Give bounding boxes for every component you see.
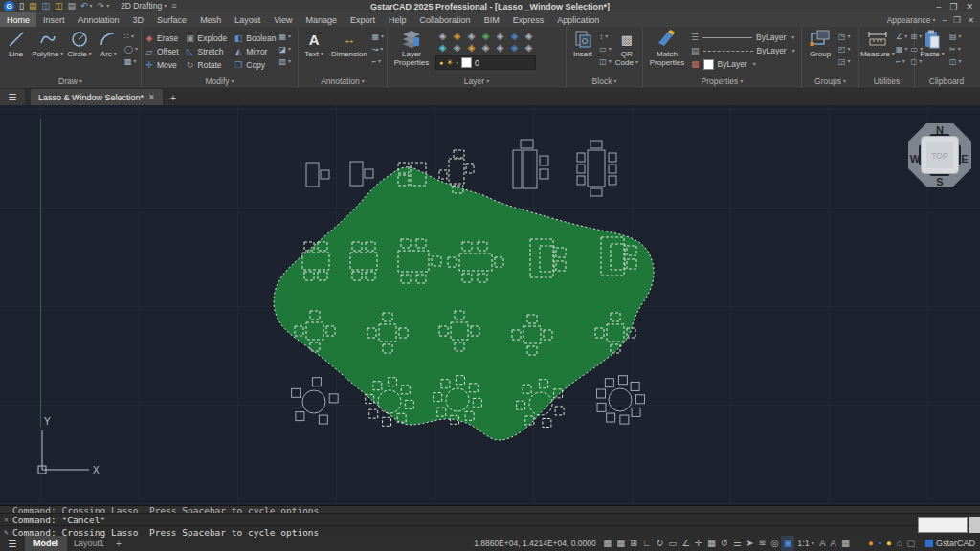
stretch-button[interactable]: ◺Stretch xyxy=(186,46,228,57)
new-document-tab-button[interactable]: + xyxy=(163,89,184,105)
layer-properties-button[interactable]: Layer Properties xyxy=(390,29,433,67)
close-button[interactable]: ✕ xyxy=(966,2,973,11)
ribbon-tab-home[interactable]: Home xyxy=(0,12,36,27)
annotation-monitor-icon[interactable]: ▣ xyxy=(781,536,794,551)
command-window-grip-corner[interactable] xyxy=(969,517,980,533)
panel-annotation-footer[interactable]: Annotation xyxy=(299,77,387,88)
print-icon[interactable]: ▤ xyxy=(68,0,77,12)
ribbon-tab-help[interactable]: Help xyxy=(382,12,413,27)
lasso-selection-region[interactable] xyxy=(274,167,654,440)
drawing-canvas[interactable]: Y X N E S W TOP xyxy=(0,105,980,505)
ribbon-tab-manage[interactable]: Manage xyxy=(300,12,345,27)
utilities-extra-tools-1[interactable]: ∠▦⌐ xyxy=(896,29,908,67)
match-properties-button[interactable]: Match Properties xyxy=(646,29,688,67)
ribbon-tab-annotation[interactable]: Annotation xyxy=(72,12,126,27)
app-logo-icon[interactable]: G xyxy=(4,1,14,11)
lineweight-dropdown[interactable]: ☰ ByLayer xyxy=(691,31,795,44)
toolbar-options-icon[interactable]: ≡ xyxy=(171,0,176,12)
layer-tools-grid[interactable]: ◈◈◈◈◈◈◈◈◈◈◈◈◈◈ xyxy=(435,31,536,54)
desk-small-block[interactable] xyxy=(306,163,329,187)
layer-dropdown[interactable]: ● ☀ ▪ 0 xyxy=(435,55,536,70)
command-close-icon[interactable]: ✕ xyxy=(0,516,12,524)
viewcube-south[interactable]: S xyxy=(936,176,943,187)
document-tab-close-icon[interactable]: ✕ xyxy=(148,93,155,101)
ribbon-tab-surface[interactable]: Surface xyxy=(150,12,193,27)
ribbon-tab-3d[interactable]: 3D xyxy=(126,12,151,27)
insert-button[interactable]: Insert xyxy=(569,29,596,58)
doc-minimize-button[interactable]: – xyxy=(943,15,947,25)
command-input-line[interactable]: ✎ Command: Crossing Lasso Press Spacebar… xyxy=(0,526,980,538)
panel-draw-footer[interactable]: Draw xyxy=(0,77,141,88)
doc-restore-button[interactable]: ❐ xyxy=(953,15,961,25)
status-annotation-icons[interactable]: AA▦ xyxy=(817,536,853,551)
new-layout-button[interactable]: + xyxy=(111,539,126,549)
redo-icon[interactable]: ↷ xyxy=(98,0,110,12)
ribbon-tab-insert[interactable]: Insert xyxy=(36,12,72,27)
restore-button[interactable]: ❐ xyxy=(949,2,957,11)
ribbon-tab-application[interactable]: Application xyxy=(550,12,606,27)
modify-extra-tools[interactable]: ▦◪▧ xyxy=(278,29,291,67)
open-file-icon[interactable]: ▤ xyxy=(29,0,37,12)
minimize-button[interactable]: – xyxy=(936,2,941,11)
model-tab[interactable]: Model xyxy=(25,536,67,551)
block-extra-tools[interactable]: ↕▭◫ xyxy=(599,29,612,67)
panel-modify-footer[interactable]: Modify xyxy=(142,77,298,88)
ribbon-tab-collaboration[interactable]: Collaboration xyxy=(413,12,478,27)
copy-button[interactable]: ❐Copy xyxy=(234,59,276,71)
undo-icon[interactable]: ↶ xyxy=(80,0,93,12)
measure-button[interactable]: Measure xyxy=(862,29,893,58)
text-button[interactable]: A Text xyxy=(301,29,326,58)
save-all-icon[interactable]: ◫ xyxy=(55,0,63,12)
ribbon-tab-view[interactable]: View xyxy=(267,12,299,27)
status-menu-icon[interactable]: ☰ xyxy=(0,539,25,549)
paste-button[interactable]: Paste xyxy=(918,29,947,58)
circle-button[interactable]: Circle xyxy=(66,29,92,58)
line-button[interactable]: Line xyxy=(3,29,29,58)
polyline-button[interactable]: Polyline xyxy=(32,29,63,58)
rotate-button[interactable]: ↻Rotate xyxy=(186,59,228,71)
move-button[interactable]: ✛Move xyxy=(145,59,179,71)
model-space[interactable]: Y X xyxy=(0,105,980,505)
table-round-block[interactable] xyxy=(292,378,339,424)
status-tray-icons[interactable]: ●▪●⌂▢ xyxy=(865,536,918,551)
offset-button[interactable]: ▱Offset xyxy=(145,46,179,57)
annotation-extra-tools[interactable]: ▦↝⌐ xyxy=(371,29,384,67)
clipboard-extra-tools[interactable]: ▤✂◫ xyxy=(949,29,962,67)
ribbon-tab-export[interactable]: Export xyxy=(344,12,382,27)
desk-small-block[interactable] xyxy=(350,162,373,186)
ribbon-tab-bim[interactable]: BIM xyxy=(478,12,506,27)
save-icon[interactable]: ◫ xyxy=(41,0,50,12)
command-window-grip[interactable] xyxy=(918,517,968,533)
panel-block-footer[interactable]: Block xyxy=(567,77,642,88)
annotation-scale-dropdown[interactable]: 1:1 xyxy=(794,539,817,548)
new-file-icon[interactable]: ▯ xyxy=(19,0,24,12)
appearance-dropdown[interactable]: Appearance xyxy=(887,15,936,25)
viewcube[interactable]: N E S W TOP xyxy=(905,121,974,189)
panel-groups-footer[interactable]: Groups xyxy=(802,77,858,88)
workspace-dropdown[interactable]: 2D Drafting xyxy=(121,0,167,12)
linetype-dropdown[interactable]: ▤ ByLayer xyxy=(691,44,795,57)
dimension-button[interactable]: ↔ Dimension xyxy=(329,29,368,58)
viewcube-north[interactable]: N xyxy=(936,124,944,136)
ribbon-tab-express[interactable]: Express xyxy=(506,12,551,27)
qr-code-button[interactable]: ▩ QR Code xyxy=(614,29,639,67)
arc-button[interactable]: Arc xyxy=(96,29,122,58)
color-dropdown[interactable]: ▦ ByLayer xyxy=(691,57,795,71)
boolean-button[interactable]: ◧Boolean xyxy=(234,33,276,44)
status-toggle-icons[interactable]: ▦▦⊞∟↻▭∠✛▦↺☰➤≋◎ xyxy=(601,536,781,551)
panel-layer-footer[interactable]: Layer xyxy=(388,77,566,88)
viewcube-west[interactable]: W xyxy=(910,153,921,165)
viewcube-east[interactable]: E xyxy=(961,153,968,165)
panel-properties-footer[interactable]: Properties xyxy=(643,77,801,88)
groups-extra-tools[interactable]: ◳◰◲ xyxy=(838,29,851,67)
group-button[interactable]: Group xyxy=(805,29,835,58)
table-round-block[interactable] xyxy=(597,376,645,424)
command-line-window[interactable]: Command: Crossing Lasso Press Spacebar t… xyxy=(0,505,980,536)
mirror-button[interactable]: ◭Mirror xyxy=(234,46,276,57)
layout1-tab[interactable]: Layout1 xyxy=(67,539,111,548)
ribbon-tab-mesh[interactable]: Mesh xyxy=(193,12,228,27)
conf-a-block[interactable] xyxy=(513,140,548,188)
erase-button[interactable]: ◈Erase xyxy=(145,33,179,44)
ribbon-tab-layout[interactable]: Layout xyxy=(228,12,267,27)
draw-extra-tools[interactable]: ∷◯▩ xyxy=(124,29,138,67)
